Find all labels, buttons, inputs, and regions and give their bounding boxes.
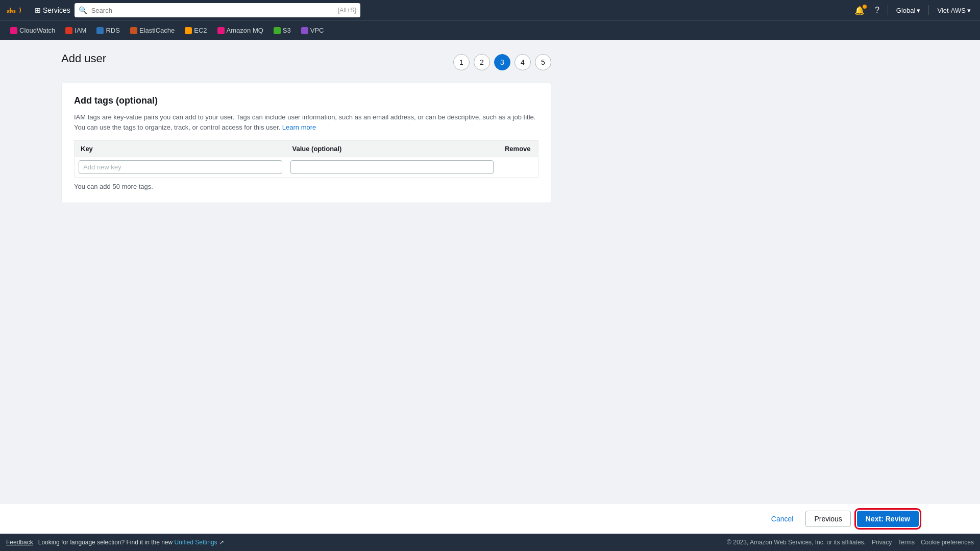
vpc-icon [301,27,308,34]
nav-divider-2 [928,5,929,15]
search-icon: 🔍 [75,6,91,14]
account-label: Viet-AWS [937,7,966,14]
main-content: Add user 1 2 3 4 5 Add tags (optional) I… [0,40,980,503]
col-value-header: Value (optional) [286,141,498,157]
account-selector[interactable]: Viet-AWS ▾ [933,5,975,16]
step-3[interactable]: 3 [494,54,510,70]
col-key-header: Key [75,141,286,157]
elasticache-icon [130,27,137,34]
service-ec2[interactable]: EC2 [181,24,211,36]
service-s3[interactable]: S3 [270,24,295,36]
iam-label: IAM [75,27,86,34]
region-selector[interactable]: Global ▾ [892,5,925,16]
previous-button[interactable]: Previous [805,511,850,527]
services-label: Services [43,6,70,14]
tags-section-title: Add tags (optional) [74,95,538,106]
bottom-right-links: © 2023, Amazon Web Services, Inc. or its… [727,539,974,546]
service-amazonmq[interactable]: Amazon MQ [213,24,267,36]
chevron-down-icon-2: ▾ [967,7,971,14]
bottom-message: Looking for language selection? Find it … [38,539,224,546]
step-2[interactable]: 2 [474,54,490,70]
footer-bar: Cancel Previous Next: Review [0,503,980,534]
svg-text:aws: aws [7,9,16,14]
top-navigation: aws ⊞ Services 🔍 [Alt+S] 🔔 ? Global ▾ Vi… [0,0,980,20]
copyright-text: © 2023, Amazon Web Services, Inc. or its… [727,539,866,546]
next-review-button[interactable]: Next: Review [857,511,919,527]
search-bar: 🔍 [Alt+S] [75,3,360,17]
step-5[interactable]: 5 [535,54,551,70]
amazonmq-label: Amazon MQ [227,27,263,34]
service-elasticache[interactable]: ElastiCache [126,24,179,36]
search-shortcut: [Alt+S] [334,7,360,14]
key-cell [75,157,286,178]
feedback-link[interactable]: Feedback [6,539,33,546]
bottom-bar: Feedback Looking for language selection?… [0,534,980,551]
amazonmq-icon [217,27,225,34]
iam-icon [65,27,72,34]
step-1[interactable]: 1 [453,54,470,70]
region-label: Global [896,7,916,14]
tags-description: IAM tags are key-value pairs you can add… [74,112,538,132]
s3-label: S3 [283,27,291,34]
services-menu-button[interactable]: ⊞ Services [31,4,75,16]
table-row [75,157,538,178]
learn-more-link[interactable]: Learn more [282,123,316,131]
cancel-button[interactable]: Cancel [765,511,800,527]
search-input[interactable] [91,7,334,14]
remove-cell [498,157,538,178]
nav-right-actions: 🔔 ? Global ▾ Viet-AWS ▾ [850,4,975,17]
unified-settings-link[interactable]: Unified Settings [175,539,217,546]
notification-badge [863,5,867,9]
service-rds[interactable]: RDS [92,24,124,36]
nav-divider [888,5,888,15]
step-indicator: 1 2 3 4 5 [453,54,551,70]
ec2-label: EC2 [194,27,207,34]
service-vpc[interactable]: VPC [297,24,328,36]
content-area: Add user 1 2 3 4 5 Add tags (optional) I… [0,40,612,215]
privacy-link[interactable]: Privacy [872,539,892,546]
col-remove-header: Remove [498,141,538,157]
tags-table: Key Value (optional) Remove [74,140,538,178]
rds-icon [96,27,104,34]
notifications-button[interactable]: 🔔 [850,4,869,17]
value-cell [286,157,498,178]
tag-key-input[interactable] [79,160,282,174]
aws-logo[interactable]: aws [5,4,26,16]
vpc-label: VPC [310,27,324,34]
elasticache-label: ElastiCache [139,27,175,34]
rds-label: RDS [106,27,119,34]
terms-link[interactable]: Terms [898,539,915,546]
ec2-icon [185,27,192,34]
help-button[interactable]: ? [871,4,884,17]
grid-icon: ⊞ [35,6,41,14]
service-cloudwatch[interactable]: CloudWatch [6,24,59,36]
tags-card: Add tags (optional) IAM tags are key-val… [61,83,551,203]
tag-value-input[interactable] [290,160,494,174]
cookie-preferences-link[interactable]: Cookie preferences [921,539,974,546]
services-bar: CloudWatch IAM RDS ElastiCache EC2 Amazo… [0,20,980,40]
step-4[interactable]: 4 [514,54,531,70]
cloudwatch-label: CloudWatch [19,27,55,34]
s3-icon [274,27,281,34]
service-iam[interactable]: IAM [61,24,90,36]
cloudwatch-icon [10,27,17,34]
chevron-down-icon: ▾ [917,7,920,14]
tags-remaining: You can add 50 more tags. [74,183,538,190]
